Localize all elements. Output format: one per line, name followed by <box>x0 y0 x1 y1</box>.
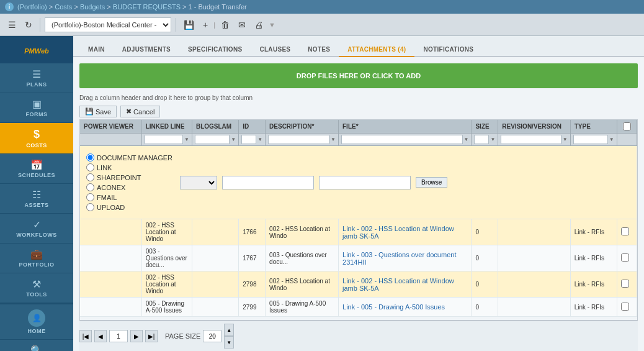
radio-doc-manager-input[interactable] <box>86 153 94 162</box>
save-button[interactable]: 💾 Save <box>79 106 117 117</box>
table-row: 003 - Questions over docu... 1767 003 - … <box>80 245 637 271</box>
tab-notifications[interactable]: NOTIFICATIONS <box>414 43 482 57</box>
menu-button[interactable]: ☰ <box>5 18 19 32</box>
expand-search-input[interactable] <box>319 176 411 189</box>
add-button[interactable]: + <box>200 18 211 32</box>
email-button[interactable]: ✉ <box>235 18 249 32</box>
filter-file-input[interactable] <box>341 135 463 144</box>
sidebar-item-forms[interactable]: ▣ FORMS <box>0 93 73 123</box>
print-button[interactable]: 🖨 <box>251 18 266 32</box>
filter-revver-input[interactable] <box>501 135 561 144</box>
radio-upload-input[interactable] <box>86 203 94 211</box>
last-page-button[interactable]: ▶| <box>145 330 158 342</box>
sidebar-item-plans[interactable]: ☰ PLANS <box>0 63 73 93</box>
filter-id-arrow[interactable]: ▼ <box>257 137 262 142</box>
radio-link-label: LINK <box>97 164 112 171</box>
select-all-checkbox[interactable] <box>623 122 631 130</box>
history-button[interactable]: ↻ <box>22 18 35 32</box>
filter-type-input[interactable] <box>573 135 608 144</box>
cell-disp-2799 <box>617 298 637 317</box>
file-link-2798[interactable]: Link - 002 - HSS Location at Window jamb… <box>342 277 454 292</box>
browse-button[interactable]: Browse <box>416 177 447 188</box>
expand-file-input[interactable] <box>222 176 314 189</box>
col-header-power: POWER VIEWER <box>80 120 141 134</box>
budgets-link[interactable]: Budgets <box>80 3 105 11</box>
filter-file-arrow[interactable]: ▼ <box>464 137 469 142</box>
row-checkbox-1766[interactable] <box>621 227 629 235</box>
radio-link[interactable]: LINK <box>86 163 172 171</box>
filter-desc-arrow[interactable]: ▼ <box>331 137 336 142</box>
current-page-input[interactable]: 1 <box>109 330 128 342</box>
portfolio-link[interactable]: (Portfolio) <box>17 3 47 11</box>
filter-revver-arrow[interactable]: ▼ <box>563 137 568 142</box>
tab-main[interactable]: MAIN <box>79 43 114 57</box>
radio-doc-manager[interactable]: DOCUMENT MANAGER <box>86 153 172 162</box>
filter-size-arrow[interactable]: ▼ <box>490 137 495 142</box>
cell-disp-1766 <box>617 219 637 245</box>
record-title: 1 - Budget Transfer <box>189 3 247 11</box>
col-header-id: ID <box>239 120 266 134</box>
row-checkbox-2799[interactable] <box>621 303 629 311</box>
sidebar-item-portfolio[interactable]: 💼 PORTFOLIO <box>0 244 73 273</box>
sidebar-item-workflows[interactable]: ✓ WORKFLOWS <box>0 214 73 244</box>
tab-attachments[interactable]: ATTACHMENTS (4) <box>339 43 414 57</box>
radio-sharepoint-label: SHAREPOINT <box>97 174 141 181</box>
portfolio-dropdown[interactable]: (Portfolio)-Boston Medical Center - <box>45 17 171 32</box>
file-link-1767[interactable]: Link - 003 - Questions over document 231… <box>342 251 456 266</box>
filter-type-arrow[interactable]: ▼ <box>609 137 614 142</box>
sidebar-item-schedules[interactable]: 📅 SCHEDULES <box>0 154 73 184</box>
top-bar: i (Portfolio) > Costs > Budgets > BUDGET… <box>0 0 644 14</box>
row-checkbox-1767[interactable] <box>621 253 629 262</box>
radio-fmail[interactable]: FMAIL <box>86 193 172 201</box>
prev-page-button[interactable]: ◀ <box>94 330 107 342</box>
sidebar-item-costs[interactable]: $ COSTS <box>0 123 73 154</box>
expand-select[interactable] <box>180 176 217 189</box>
radio-sharepoint[interactable]: SHAREPOINT <box>86 173 172 181</box>
page-size-up[interactable]: ▲ <box>224 324 234 336</box>
filter-id-input[interactable] <box>241 135 256 144</box>
first-page-button[interactable]: |◀ <box>79 330 92 342</box>
tab-specifications[interactable]: SPECIFICATIONS <box>179 43 251 57</box>
page-size-down[interactable]: ▼ <box>224 336 234 349</box>
filter-blogslam-arrow[interactable]: ▼ <box>231 137 236 142</box>
filter-linked-input[interactable] <box>145 135 183 144</box>
row-checkbox-2798[interactable] <box>621 280 629 288</box>
radio-fmail-input[interactable] <box>86 193 94 201</box>
drop-zone[interactable]: DROP FILES HERE OR CLICK TO ADD <box>79 63 638 88</box>
radio-aconex-input[interactable] <box>86 183 94 191</box>
cancel-label: Cancel <box>133 108 154 116</box>
costs-link[interactable]: Costs <box>55 3 72 11</box>
sidebar-item-assets[interactable]: ☷ ASSETS <box>0 184 73 214</box>
filter-desc: ▼ <box>266 134 339 146</box>
next-page-button[interactable]: ▶ <box>130 330 143 342</box>
cancel-button[interactable]: ✖ Cancel <box>120 106 160 117</box>
radio-aconex[interactable]: ACONEX <box>86 183 172 191</box>
page-size-input[interactable]: 20 <box>203 330 221 342</box>
save-icon-button[interactable]: 💾 <box>181 18 197 32</box>
filter-blogslam-input[interactable] <box>195 135 230 144</box>
logo-pm: PM <box>24 47 35 55</box>
tab-notes[interactable]: NOTES <box>299 43 339 57</box>
cell-desc-2799: 005 - Drawing A-500 Issues <box>266 298 339 317</box>
col-header-type: TYPE <box>570 120 617 134</box>
assets-icon: ☷ <box>32 189 41 201</box>
cell-desc-1767: 003 - Questions over docu... <box>266 245 339 271</box>
budget-requests-link[interactable]: BUDGET REQUESTS <box>113 3 181 11</box>
filter-size-input[interactable] <box>474 135 489 144</box>
radio-link-input[interactable] <box>86 163 94 171</box>
sidebar-item-home[interactable]: 👤 HOME <box>0 303 73 340</box>
tab-clauses[interactable]: CLAUSES <box>251 43 299 57</box>
radio-sharepoint-input[interactable] <box>86 173 94 181</box>
sidebar-item-tools[interactable]: ⚒ TOOLS <box>0 273 73 303</box>
sidebar-item-search[interactable]: 🔍 SEARCH <box>0 340 73 351</box>
tab-adjustments[interactable]: ADJUSTMENTS <box>114 43 179 57</box>
save-icon: 💾 <box>85 107 94 116</box>
delete-button[interactable]: 🗑 <box>218 18 233 32</box>
file-link-2799[interactable]: Link - 005 - Drawing A-500 Issues <box>342 303 445 311</box>
radio-upload[interactable]: UPLOAD <box>86 203 172 211</box>
action-bar: 💾 Save ✖ Cancel <box>79 104 638 119</box>
filter-desc-input[interactable] <box>268 135 329 144</box>
print-separator: ▼ <box>269 21 275 29</box>
filter-linked-arrow[interactable]: ▼ <box>184 137 189 142</box>
file-link-1766[interactable]: Link - 002 - HSS Location at Window jamb… <box>342 225 454 240</box>
